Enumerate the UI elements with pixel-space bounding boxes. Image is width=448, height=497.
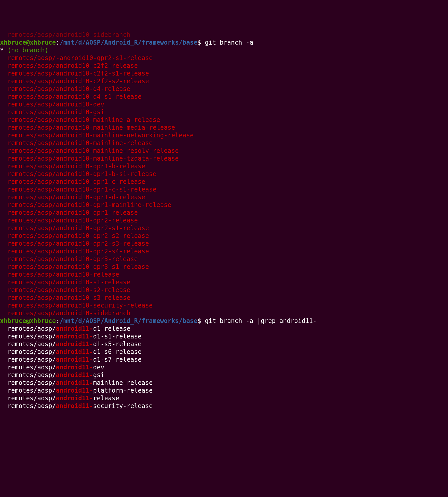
- remote-branch-line: remotes/aosp/android10-c2f2-s1-release: [0, 70, 448, 77]
- grep-pre-5: remotes/aosp/: [0, 364, 56, 371]
- remote-branch-25: remotes/aosp/android10-qpr2-s4-release: [0, 248, 149, 255]
- remote-branch-32: remotes/aosp/android10-security-release: [0, 302, 153, 309]
- grep-pre-0: remotes/aosp/: [0, 325, 56, 332]
- prompt-path: /mnt/d/AOSP/Android_R/frameworks/base: [60, 317, 197, 325]
- terminal-output[interactable]: remotes/aosp/android10-sidebranchxhbruce…: [0, 31, 448, 410]
- remote-branch-line: remotes/aosp/android10-s2-release: [0, 286, 448, 294]
- grep-result-line: remotes/aosp/android11-d1-s6-release: [0, 348, 448, 356]
- cutoff-text: remotes/aosp/android10-sidebranch: [0, 31, 130, 38]
- remote-branch-line: remotes/aosp/android10-c2f2-s2-release: [0, 77, 448, 85]
- prompt-user: xhbruce: [0, 39, 26, 46]
- remote-branch-2: remotes/aosp/android10-c2f2-s1-release: [0, 70, 149, 77]
- grep-pre-9: remotes/aosp/: [0, 395, 56, 402]
- grep-match-0: android11-: [56, 325, 93, 332]
- grep-post-2: d1-s5-release: [93, 341, 142, 348]
- remote-branch-line: remotes/aosp/android10-d4-release: [0, 85, 448, 93]
- remote-branch-14: remotes/aosp/android10-qpr1-b-release: [0, 163, 145, 170]
- remote-branch-19: remotes/aosp/android10-qpr1-mainline-rel…: [0, 201, 171, 209]
- prompt-user: xhbruce: [0, 317, 26, 325]
- remote-branch-13: remotes/aosp/android10-mainline-tzdata-r…: [0, 155, 179, 162]
- prompt-host: xhbruce: [30, 39, 56, 46]
- grep-pre-2: remotes/aosp/: [0, 341, 56, 348]
- grep-post-4: d1-s7-release: [93, 356, 142, 363]
- current-branch-line: * (no branch): [0, 46, 448, 54]
- remote-branch-4: remotes/aosp/android10-d4-release: [0, 85, 130, 93]
- remote-branch-line: remotes/aosp/android10-sidebranch: [0, 309, 448, 317]
- grep-result-line: remotes/aosp/android11-d1-s7-release: [0, 356, 448, 363]
- prompt-dollar: $: [197, 317, 205, 325]
- grep-result-line: remotes/aosp/android11-d1-release: [0, 325, 448, 333]
- grep-match-2: android11-: [56, 341, 93, 348]
- remote-branch-31: remotes/aosp/android10-s3-release: [0, 294, 130, 301]
- remote-branch-24: remotes/aosp/android10-qpr2-s3-release: [0, 240, 149, 247]
- grep-match-3: android11-: [56, 348, 93, 355]
- grep-post-6: gsi: [93, 371, 104, 379]
- remote-branch-line: remotes/aosp/android10-qpr1-d-release: [0, 193, 448, 201]
- grep-post-8: platform-release: [93, 387, 153, 394]
- remote-branch-line: remotes/aosp/android10-s1-release: [0, 278, 448, 286]
- grep-match-5: android11-: [56, 364, 93, 371]
- remote-branch-line: remotes/aosp/android10-qpr1-b-release: [0, 162, 448, 170]
- remote-branch-11: remotes/aosp/android10-mainline-release: [0, 139, 153, 147]
- remote-branch-line: remotes/aosp/android10-qpr1-release: [0, 209, 448, 217]
- grep-match-10: android11-: [56, 402, 93, 410]
- remote-branch-0: remotes/aosp/-android10-qpr2-s1-release: [0, 54, 153, 62]
- remote-branch-line: remotes/aosp/android10-qpr2-s2-release: [0, 232, 448, 240]
- grep-match-8: android11-: [56, 387, 93, 394]
- cutoff-line: remotes/aosp/android10-sidebranch: [0, 31, 448, 39]
- prompt-at: @: [26, 39, 30, 46]
- remote-branch-18: remotes/aosp/android10-qpr1-d-release: [0, 194, 145, 201]
- grep-result-line: remotes/aosp/android11-security-release: [0, 402, 448, 410]
- remote-branch-line: remotes/aosp/android10-gsi: [0, 108, 448, 116]
- prompt-command: git branch -a: [205, 39, 253, 46]
- grep-result-line: remotes/aosp/android11-dev: [0, 363, 448, 371]
- grep-pre-3: remotes/aosp/: [0, 348, 56, 355]
- remote-branch-21: remotes/aosp/android10-qpr2-release: [0, 217, 138, 224]
- remote-branch-line: remotes/aosp/android10-qpr1-c-release: [0, 178, 448, 186]
- grep-pre-6: remotes/aosp/: [0, 371, 56, 379]
- prompt-line-2: xhbruce@xhbruce:/mnt/d/AOSP/Android_R/fr…: [0, 317, 448, 325]
- remote-branch-line: remotes/aosp/-android10-qpr2-s1-release: [0, 54, 448, 62]
- remote-branch-15: remotes/aosp/android10-qpr1-b-s1-release: [0, 170, 156, 178]
- grep-post-9: release: [93, 395, 119, 402]
- prompt-dollar: $: [197, 39, 205, 46]
- remote-branch-7: remotes/aosp/android10-gsi: [0, 109, 104, 116]
- remote-branch-line: remotes/aosp/android10-s3-release: [0, 294, 448, 302]
- grep-post-1: d1-s1-release: [93, 333, 142, 340]
- prompt-colon: :: [56, 317, 60, 325]
- remote-branch-33: remotes/aosp/android10-sidebranch: [0, 310, 130, 317]
- remote-branch-line: remotes/aosp/android10-qpr2-s1-release: [0, 224, 448, 232]
- current-branch-star: *: [0, 47, 4, 54]
- remote-branch-line: remotes/aosp/android10-d4-s1-release: [0, 93, 448, 101]
- grep-pre-8: remotes/aosp/: [0, 387, 56, 394]
- grep-post-10: security-release: [93, 402, 153, 410]
- grep-pre-1: remotes/aosp/: [0, 333, 56, 340]
- remote-branch-27: remotes/aosp/android10-qpr3-s1-release: [0, 263, 149, 270]
- current-branch-name: (no branch): [4, 47, 48, 54]
- grep-result-line: remotes/aosp/android11-release: [0, 394, 448, 402]
- remote-branch-10: remotes/aosp/android10-mainline-networki…: [0, 132, 194, 139]
- grep-match-4: android11-: [56, 356, 93, 363]
- remote-branch-20: remotes/aosp/android10-qpr1-release: [0, 209, 138, 216]
- remote-branch-26: remotes/aosp/android10-qpr3-release: [0, 255, 138, 263]
- grep-post-7: mainline-release: [93, 379, 153, 386]
- remote-branch-line: remotes/aosp/android10-qpr2-release: [0, 217, 448, 224]
- remote-branch-line: remotes/aosp/android10-mainline-release: [0, 139, 448, 147]
- grep-result-line: remotes/aosp/android11-gsi: [0, 371, 448, 379]
- remote-branch-line: remotes/aosp/android10-qpr1-c-s1-release: [0, 186, 448, 193]
- remote-branch-23: remotes/aosp/android10-qpr2-s2-release: [0, 232, 149, 239]
- grep-post-5: dev: [93, 364, 104, 371]
- remote-branch-line: remotes/aosp/android10-c2f2-release: [0, 62, 448, 70]
- grep-pre-10: remotes/aosp/: [0, 402, 56, 410]
- grep-match-7: android11-: [56, 379, 93, 386]
- grep-result-line: remotes/aosp/android11-d1-s5-release: [0, 340, 448, 348]
- prompt-line-1: xhbruce@xhbruce:/mnt/d/AOSP/Android_R/fr…: [0, 39, 448, 46]
- grep-pre-7: remotes/aosp/: [0, 379, 56, 386]
- remote-branch-28: remotes/aosp/android10-release: [0, 271, 119, 278]
- grep-post-3: d1-s6-release: [93, 348, 142, 355]
- remote-branch-3: remotes/aosp/android10-c2f2-s2-release: [0, 78, 149, 85]
- grep-result-line: remotes/aosp/android11-d1-s1-release: [0, 333, 448, 340]
- remote-branch-12: remotes/aosp/android10-mainline-resolv-r…: [0, 147, 179, 154]
- remote-branch-line: remotes/aosp/android10-qpr2-s4-release: [0, 247, 448, 255]
- remote-branch-29: remotes/aosp/android10-s1-release: [0, 279, 130, 286]
